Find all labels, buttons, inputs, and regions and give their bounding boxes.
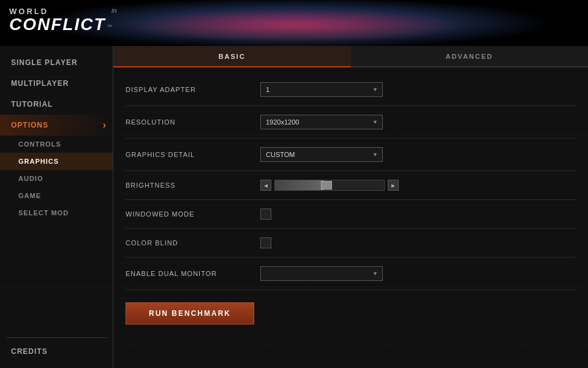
sidebar-item-graphics[interactable]: GRAPHICS [0, 153, 113, 170]
logo-conflict-text: CONFLICT [9, 15, 106, 34]
setting-resolution: RESOLUTION 1920x1200 1680x1050 1440x900 … [126, 106, 576, 139]
sidebar-item-multiplayer[interactable]: MULTIPLAYER [0, 73, 113, 94]
display-adapter-dropdown-wrapper: 1 2 [260, 82, 383, 97]
control-graphics-detail: CUSTOM LOW MEDIUM HIGH ULTRA [260, 147, 576, 162]
header: WORLD in CONFLICT ™ [0, 0, 588, 46]
sidebar-divider [6, 337, 107, 338]
resolution-dropdown-wrapper: 1920x1200 1680x1050 1440x900 1280x800 10… [260, 115, 383, 129]
tab-advanced[interactable]: ADVANCED [351, 46, 589, 67]
label-graphics-detail: GRAPHICS DETAIL [126, 151, 260, 158]
benchmark-section: RUN BENCHMARK [126, 290, 576, 334]
tab-basic[interactable]: BASIC [113, 46, 351, 67]
sidebar-item-controls[interactable]: CONTROLS [0, 136, 113, 153]
settings-content: DISPLAY ADAPTER 1 2 RESOLUTION [113, 67, 588, 368]
control-display-adapter: 1 2 [260, 82, 576, 97]
main-content: BASIC ADVANCED DISPLAY ADAPTER 1 2 [113, 46, 588, 368]
sidebar-item-options[interactable]: OPTIONS [0, 115, 113, 136]
setting-graphics-detail: GRAPHICS DETAIL CUSTOM LOW MEDIUM HIGH U… [126, 139, 576, 171]
brightness-decrease-btn[interactable]: ◄ [260, 180, 271, 191]
label-windowed-mode: WINDOWED MODE [126, 210, 260, 218]
brightness-slider-wrapper: ◄ ► [260, 180, 399, 191]
sidebar-item-select-mod[interactable]: SELECT MOD [0, 204, 113, 221]
header-glow2-decoration [123, 6, 466, 46]
label-dual-monitor: ENABLE DUAL MONITOR [126, 270, 260, 277]
dual-monitor-dropdown-wrapper: ON OFF [260, 266, 383, 281]
setting-windowed-mode: WINDOWED MODE [126, 200, 576, 229]
control-color-blind [260, 237, 576, 248]
control-resolution: 1920x1200 1680x1050 1440x900 1280x800 10… [260, 115, 576, 129]
windowed-mode-checkbox[interactable] [260, 209, 271, 220]
setting-color-blind: COLOR BLIND [126, 229, 576, 258]
display-adapter-select[interactable]: 1 2 [260, 82, 383, 97]
brightness-slider-fill [275, 180, 324, 190]
run-benchmark-button[interactable]: RUN BENCHMARK [126, 302, 254, 324]
color-blind-checkbox[interactable] [260, 237, 271, 248]
sidebar-item-game[interactable]: GAME [0, 187, 113, 204]
logo-tm-text: ™ [107, 25, 112, 29]
tabs-bar: BASIC ADVANCED [113, 46, 588, 67]
setting-dual-monitor: ENABLE DUAL MONITOR ON OFF [126, 258, 576, 290]
sidebar-item-tutorial[interactable]: TUTORIAL [0, 94, 113, 115]
sidebar-item-credits[interactable]: CREDITS [0, 341, 113, 362]
logo-in-text: in [111, 7, 117, 14]
setting-display-adapter: DISPLAY ADAPTER 1 2 [126, 74, 576, 106]
control-windowed-mode [260, 209, 576, 220]
control-brightness: ◄ ► [260, 180, 576, 191]
brightness-increase-btn[interactable]: ► [388, 180, 399, 191]
brightness-slider-track[interactable] [274, 180, 385, 191]
control-dual-monitor: ON OFF [260, 266, 576, 281]
sidebar-item-single-player[interactable]: SINGLE PLAYER [0, 52, 113, 73]
main-layout: SINGLE PLAYER MULTIPLAYER TUTORIAL OPTIO… [0, 46, 588, 368]
label-color-blind: COLOR BLIND [126, 239, 260, 247]
brightness-slider-thumb[interactable] [321, 181, 332, 190]
resolution-select[interactable]: 1920x1200 1680x1050 1440x900 1280x800 10… [260, 115, 383, 129]
graphics-detail-dropdown-wrapper: CUSTOM LOW MEDIUM HIGH ULTRA [260, 147, 383, 162]
game-logo: WORLD in CONFLICT ™ [9, 6, 106, 33]
label-brightness: BRIGHTNESS [126, 182, 260, 189]
dual-monitor-select[interactable]: ON OFF [260, 266, 383, 281]
label-resolution: RESOLUTION [126, 118, 260, 126]
label-display-adapter: DISPLAY ADAPTER [126, 86, 260, 93]
graphics-detail-select[interactable]: CUSTOM LOW MEDIUM HIGH ULTRA [260, 147, 383, 162]
sidebar-item-audio[interactable]: AUDIO [0, 170, 113, 187]
sidebar: SINGLE PLAYER MULTIPLAYER TUTORIAL OPTIO… [0, 46, 113, 368]
setting-brightness: BRIGHTNESS ◄ ► [126, 171, 576, 200]
